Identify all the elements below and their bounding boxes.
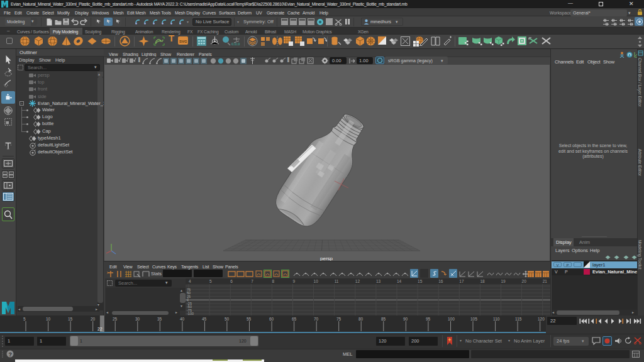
svg-text:75: 75 bbox=[336, 317, 341, 321]
svg-text:60: 60 bbox=[269, 317, 274, 321]
svg-text:100: 100 bbox=[448, 317, 455, 321]
svg-text:10: 10 bbox=[46, 317, 51, 321]
svg-text:50: 50 bbox=[225, 317, 230, 321]
svg-text:25: 25 bbox=[113, 317, 118, 321]
svg-text:5: 5 bbox=[23, 317, 26, 321]
svg-text:120: 120 bbox=[538, 317, 545, 321]
svg-text:?: ? bbox=[9, 351, 13, 358]
svg-text:45: 45 bbox=[202, 317, 207, 321]
svg-text:95: 95 bbox=[426, 317, 431, 321]
svg-text:80: 80 bbox=[358, 317, 364, 321]
svg-text:20: 20 bbox=[91, 317, 96, 321]
svg-text:105: 105 bbox=[470, 317, 477, 321]
svg-text:15: 15 bbox=[68, 317, 73, 321]
svg-text:40: 40 bbox=[180, 317, 185, 321]
svg-text:35: 35 bbox=[157, 317, 162, 321]
svg-text:115: 115 bbox=[515, 317, 522, 321]
svg-text:110: 110 bbox=[493, 317, 500, 321]
svg-text:85: 85 bbox=[381, 317, 386, 321]
svg-text:0,0,0: 0,0,0 bbox=[231, 42, 240, 46]
svg-text:30: 30 bbox=[135, 317, 140, 321]
svg-text:55: 55 bbox=[247, 317, 252, 321]
svg-text:90: 90 bbox=[403, 317, 408, 321]
svg-text:65: 65 bbox=[292, 317, 297, 321]
svg-text:70: 70 bbox=[314, 317, 319, 321]
svg-text:22: 22 bbox=[97, 327, 103, 331]
svg-text:persp: persp bbox=[320, 256, 333, 261]
